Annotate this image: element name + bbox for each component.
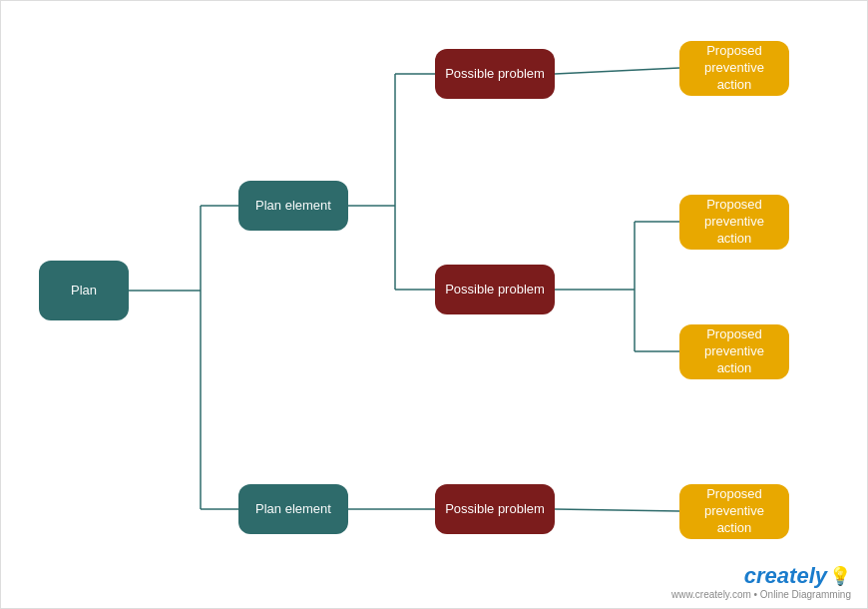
action-4-label: Proposed preventive action [689,486,779,537]
brand-tagline: www.creately.com • Online Diagramming [671,589,851,600]
bulb-icon: 💡 [829,565,851,587]
plan-element-1-node[interactable]: Plan element [238,181,348,231]
action-3-node[interactable]: Proposed preventive action [679,324,789,379]
svg-line-14 [555,509,679,511]
plan-label: Plan [71,283,97,300]
possible-problem-1-node[interactable]: Possible problem [435,49,555,99]
action-1-node[interactable]: Proposed preventive action [679,41,789,96]
action-1-label: Proposed preventive action [689,43,779,94]
plan-element-2-label: Plan element [255,501,331,518]
possible-problem-3-node[interactable]: Possible problem [435,484,555,534]
action-2-node[interactable]: Proposed preventive action [679,195,789,250]
diagram-container: Plan Plan element Plan element Possible … [0,0,868,609]
brand-logo: creately 💡 [671,563,851,589]
plan-node[interactable]: Plan [39,261,129,320]
creately-footer: creately 💡 www.creately.com • Online Dia… [671,563,851,600]
action-4-node[interactable]: Proposed preventive action [679,484,789,539]
svg-line-8 [555,68,679,74]
plan-element-1-label: Plan element [255,198,331,215]
action-3-label: Proposed preventive action [689,326,779,377]
action-2-label: Proposed preventive action [689,197,779,248]
possible-problem-2-node[interactable]: Possible problem [435,265,555,314]
possible-problem-2-label: Possible problem [445,282,545,299]
possible-problem-3-label: Possible problem [445,501,545,518]
possible-problem-1-label: Possible problem [445,66,545,83]
plan-element-2-node[interactable]: Plan element [238,484,348,534]
brand-name: creately [744,563,827,589]
